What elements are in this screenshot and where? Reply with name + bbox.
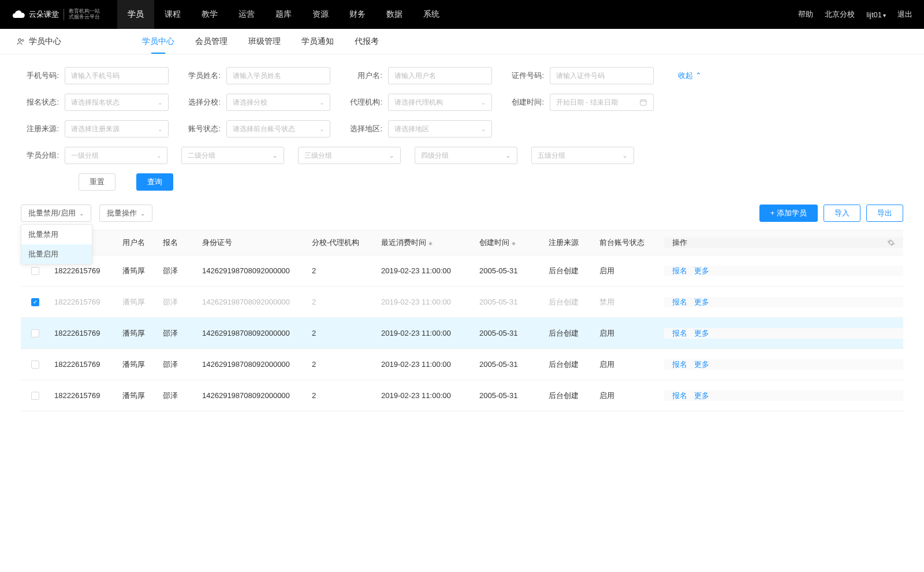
topnav-item[interactable]: 课程 [154,0,191,29]
filter-input[interactable] [550,67,654,84]
top-nav: 云朵课堂 教育机构一站 式服务云平台 学员课程教学运营题库资源财务数据系统 帮助… [0,0,924,29]
topnav-item[interactable]: 数据 [376,0,413,29]
chevron-down-icon: ⌄ [157,153,161,159]
topnav-item[interactable]: 学员 [117,0,154,29]
filter-group: 手机号码: [21,67,169,84]
row-checkbox[interactable] [31,329,39,337]
group-level-select[interactable]: 五级分组⌄ [531,147,634,164]
cell-consume: 2019-02-23 11:00:00 [377,298,475,306]
topnav-item[interactable]: 教学 [191,0,228,29]
logout-link[interactable]: 退出 [897,9,912,20]
group-level-select[interactable]: 四级分组⌄ [415,147,517,164]
svg-rect-2 [640,100,647,105]
add-student-button[interactable]: + 添加学员 [759,205,818,222]
chevron-down-icon: ⌄ [158,126,162,132]
cell-ops: 报名更多 [664,297,903,307]
chevron-down-icon: ⌄ [140,210,145,217]
filter-input[interactable] [226,67,330,84]
subnav-tab[interactable]: 学员通知 [301,29,334,54]
dropdown-item[interactable]: 批量禁用 [21,225,92,244]
col-status: 前台账号状态 [595,237,664,248]
more-link[interactable]: 更多 [694,328,709,339]
filter-label: 选择地区: [344,124,382,134]
signup-link[interactable]: 报名 [672,266,687,276]
table-row: 18222615769潘筠厚邵泽142629198708092000000220… [21,349,903,380]
cell-branch: 2 [307,266,377,275]
row-checkbox[interactable] [31,267,39,275]
user-menu[interactable]: lijt01 [866,10,886,19]
row-checkbox[interactable] [31,361,39,369]
subnav-title: 学员中心 [16,36,61,47]
filter-select[interactable]: 请选择分校⌄ [226,94,330,111]
help-link[interactable]: 帮助 [798,9,813,20]
group-level-select[interactable]: 二级分组⌄ [181,147,284,164]
signup-link[interactable]: 报名 [672,359,687,370]
filter-label: 创建时间: [506,97,544,107]
topnav-item[interactable]: 运营 [228,0,265,29]
cell-idno: 142629198708092000000 [198,360,307,369]
more-link[interactable]: 更多 [694,391,709,401]
branch-link[interactable]: 北京分校 [825,9,855,20]
batch-ops-dropdown[interactable]: 批量操作 ⌄ [99,205,152,222]
gear-icon[interactable] [887,239,895,247]
filter-select[interactable]: 请选择代理机构⌄ [388,94,492,111]
cell-create: 2005-05-31 [475,391,544,400]
search-button[interactable]: 查询 [136,173,173,191]
col-consume[interactable]: 最近消费时间◆ [377,237,475,248]
subnav-tab[interactable]: 学员中心 [142,29,174,54]
group-level-select[interactable]: 三级分组⌄ [298,147,401,164]
dropdown-item[interactable]: 批量启用 [21,244,92,264]
cell-signup: 邵泽 [158,297,198,307]
more-link[interactable]: 更多 [694,359,709,370]
signup-link[interactable]: 报名 [672,328,687,339]
cell-consume: 2019-02-23 11:00:00 [377,360,475,369]
date-range-picker[interactable]: 开始日期 - 结束日期 [550,94,654,111]
subnav-tab[interactable]: 会员管理 [195,29,228,54]
topnav-item[interactable]: 财务 [339,0,376,29]
filter-select[interactable]: 请选择报名状态⌄ [65,94,169,111]
table-row: 18222615769潘筠厚邵泽142629198708092000000220… [21,380,903,411]
filter-select[interactable]: 请选择注册来源⌄ [65,120,169,138]
filter-label: 报名状态: [21,97,59,107]
cell-source: 后台创建 [544,391,595,401]
topnav-item[interactable]: 系统 [413,0,450,29]
cell-phone: 18222615769 [50,360,118,369]
subnav-tab[interactable]: 班级管理 [248,29,281,54]
col-branch: 分校-代理机构 [307,237,377,248]
reset-button[interactable]: 重置 [79,173,116,191]
collapse-toggle[interactable]: 收起 ⌃ [678,70,702,81]
cell-branch: 2 [307,329,377,337]
filter-label: 选择分校: [182,97,221,107]
row-checkbox[interactable] [31,298,39,306]
filter-group: 报名状态:请选择报名状态⌄ [21,94,169,111]
col-create[interactable]: 创建时间◆ [475,237,544,248]
filter-group: 代理机构:请选择代理机构⌄ [344,94,492,111]
svg-point-0 [18,39,21,42]
filter-input[interactable] [65,67,169,84]
logo-title: 云朵课堂 [29,9,59,20]
row-checkbox[interactable] [31,392,39,400]
more-link[interactable]: 更多 [694,297,709,307]
signup-link[interactable]: 报名 [672,297,687,307]
cell-signup: 邵泽 [158,359,198,370]
filter-select[interactable]: 请选择前台账号状态⌄ [226,120,330,138]
batch-toggle-dropdown[interactable]: 批量禁用/启用 ⌄ [21,205,91,222]
export-button[interactable]: 导出 [866,205,903,222]
cell-ops: 报名更多 [664,328,903,339]
import-button[interactable]: 导入 [824,205,860,222]
topnav-item[interactable]: 题库 [265,0,302,29]
cell-username: 潘筠厚 [118,359,158,370]
cell-username: 潘筠厚 [118,297,158,307]
topnav-item[interactable]: 资源 [302,0,339,29]
signup-link[interactable]: 报名 [672,391,687,401]
chevron-down-icon: ⌄ [79,210,84,217]
cell-create: 2005-05-31 [475,329,544,337]
subnav-tab[interactable]: 代报考 [355,29,379,54]
calendar-icon [639,98,647,106]
more-link[interactable]: 更多 [694,266,709,276]
filter-input[interactable] [388,67,492,84]
sort-icon: ◆ [512,240,512,246]
filter-select[interactable]: 请选择地区⌄ [388,120,492,138]
group-level-select[interactable]: 一级分组⌄ [65,147,167,164]
filter-group: 学员姓名: [182,67,330,84]
